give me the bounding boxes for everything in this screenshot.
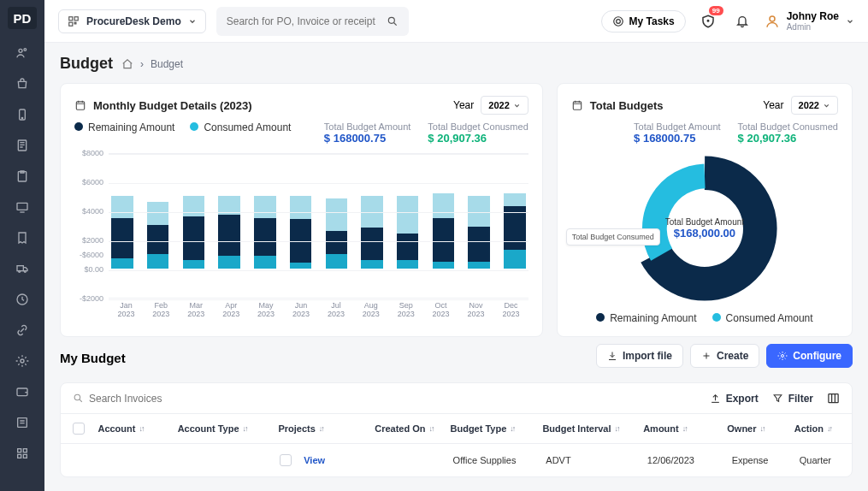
nav-icon-gear[interactable] — [15, 354, 29, 368]
import-button[interactable]: Import file — [596, 344, 683, 368]
donut-slice-label: Total Budget Consumed — [566, 228, 660, 246]
search-input[interactable] — [227, 15, 387, 27]
svg-point-22 — [388, 17, 394, 23]
search-icon — [387, 15, 399, 27]
breadcrumb-current: Budget — [151, 58, 183, 70]
svg-rect-33 — [829, 394, 838, 403]
view-link[interactable]: View — [304, 455, 325, 465]
user-role: Admin — [787, 22, 839, 32]
svg-point-26 — [770, 16, 775, 21]
total-budgets-card: Total Budgets Year 2022 Total Budget Amo… — [557, 83, 853, 337]
svg-point-31 — [782, 354, 784, 357]
nav-icon-phone[interactable] — [15, 108, 29, 121]
select-all-checkbox[interactable] — [73, 423, 85, 435]
svg-rect-6 — [17, 203, 27, 210]
bell-button[interactable] — [730, 9, 754, 33]
svg-rect-7 — [17, 266, 23, 271]
search-icon — [73, 393, 84, 404]
col-owner[interactable]: Owner↓↑ — [727, 423, 794, 434]
donut-chart: Total Budget Amount $168,000.00 Total Bu… — [571, 151, 838, 305]
my-budget-title: My Budget — [60, 351, 126, 365]
org-name: ProcureDesk Demo — [86, 15, 181, 27]
nav-icon-wallet[interactable] — [15, 385, 29, 399]
export-button[interactable]: Export — [710, 393, 759, 405]
create-button[interactable]: Create — [690, 344, 759, 368]
svg-point-1 — [24, 49, 27, 51]
export-icon — [710, 393, 721, 404]
col-budget-type[interactable]: Budget Type↓↑ — [451, 423, 543, 434]
svg-rect-16 — [18, 454, 21, 458]
table-row[interactable]: View Office Supplies ADVT 12/06/2023 Exp… — [61, 444, 852, 476]
nav-icon-time[interactable] — [15, 293, 29, 306]
help-shield-icon — [700, 14, 716, 29]
monthly-title: Monthly Budget Details (2023) — [93, 99, 252, 112]
notif-badge: 99 — [709, 6, 723, 15]
left-nav: PD — [0, 0, 44, 491]
nav-icon-receipt[interactable] — [15, 231, 29, 245]
target-icon — [612, 15, 624, 27]
bell-icon — [735, 15, 749, 28]
nav-icon-grid[interactable] — [15, 447, 29, 460]
legend-dot-consumed — [190, 122, 198, 131]
svg-rect-21 — [74, 22, 76, 24]
col-amount[interactable]: Amount↓↑ — [643, 423, 727, 434]
svg-point-0 — [19, 49, 22, 52]
svg-point-23 — [613, 16, 623, 26]
help-button[interactable]: 99 — [696, 9, 720, 33]
col-account-type[interactable]: Account Type↓↑ — [178, 423, 279, 434]
svg-point-3 — [21, 117, 22, 118]
monthly-budget-card: Monthly Budget Details (2023) Year 2022 … — [60, 83, 543, 337]
global-search[interactable] — [216, 7, 409, 36]
col-projects[interactable]: Projects↓↑ — [278, 423, 375, 434]
configure-button[interactable]: Configure — [766, 344, 853, 368]
my-tasks-label: My Tasks — [629, 15, 675, 27]
plus-icon — [701, 351, 712, 361]
svg-rect-19 — [74, 16, 78, 20]
filter-button[interactable]: Filter — [772, 393, 813, 405]
nav-icon-doc[interactable] — [15, 139, 29, 152]
app-logo[interactable]: PD — [8, 7, 37, 29]
svg-rect-28 — [573, 102, 581, 109]
table-header: Account↓↑ Account Type↓↑ Projects↓↑ Crea… — [61, 413, 852, 444]
nav-icon-link[interactable] — [15, 323, 29, 337]
chevron-down-icon — [513, 102, 521, 109]
topbar: ProcureDesk Demo My Tasks 99 Johny Roe A… — [44, 0, 868, 43]
calendar-icon — [74, 99, 86, 111]
user-name: Johny Roe — [787, 10, 839, 22]
nav-icon-people[interactable] — [15, 46, 29, 60]
col-account[interactable]: Account↓↑ — [97, 423, 177, 434]
import-icon — [607, 351, 617, 361]
my-tasks-button[interactable]: My Tasks — [601, 10, 686, 33]
total-consumed-value: $ 20,907.36 — [428, 132, 528, 145]
year-select[interactable]: 2022 — [481, 96, 528, 115]
user-menu[interactable]: Johny Roe Admin — [765, 10, 854, 32]
svg-point-25 — [707, 20, 709, 21]
nav-icon-list[interactable] — [15, 416, 29, 429]
nav-icon-clip[interactable] — [15, 169, 29, 183]
svg-point-8 — [19, 270, 21, 272]
table-search[interactable] — [73, 393, 710, 405]
svg-rect-15 — [23, 449, 27, 453]
chevron-down-icon — [846, 17, 854, 26]
org-switcher[interactable]: ProcureDesk Demo — [58, 9, 206, 33]
nav-icon-bag[interactable] — [15, 77, 29, 91]
page-title: Budget — [60, 55, 113, 73]
col-created-on[interactable]: Created On↓↑ — [375, 423, 450, 434]
year-select-total[interactable]: 2022 — [791, 96, 838, 115]
col-budget-interval[interactable]: Budget Interval↓↑ — [542, 423, 643, 434]
row-checkbox[interactable] — [280, 454, 292, 466]
home-icon[interactable] — [121, 58, 133, 70]
svg-rect-18 — [69, 16, 73, 20]
user-icon — [765, 14, 780, 29]
nav-icon-delivery[interactable] — [15, 262, 29, 275]
qr-icon — [68, 15, 80, 27]
columns-button[interactable] — [827, 392, 840, 405]
col-action[interactable]: Action↓↑ — [794, 423, 840, 434]
svg-rect-17 — [23, 454, 27, 458]
filter-icon — [772, 393, 783, 404]
total-consumed-label: Total Budget Conusmed — [428, 121, 528, 132]
total-title: Total Budgets — [590, 99, 664, 112]
total-budget-value: $ 168000.75 — [324, 132, 411, 145]
chevron-down-icon — [823, 102, 830, 109]
nav-icon-screen[interactable] — [15, 200, 29, 214]
